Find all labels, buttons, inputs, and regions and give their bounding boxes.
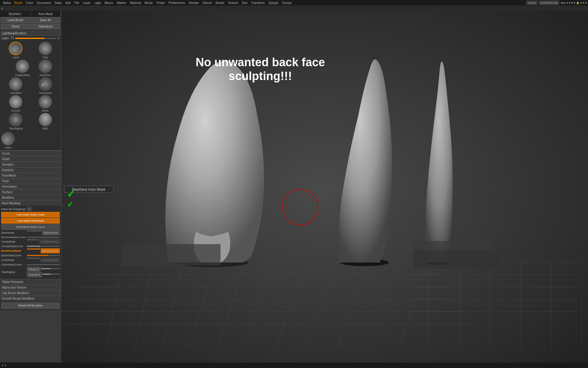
color-mask-curve-track[interactable] (27, 264, 60, 265)
menu-item-macro[interactable]: Macro (103, 1, 115, 5)
tab-backface[interactable]: Backface (0, 11, 31, 17)
section-smooth-brush[interactable]: Smooth Brush Modifiers (0, 296, 61, 301)
topological-smooth-track[interactable] (43, 274, 60, 275)
backface-mask-label: BackFaceMask (1, 249, 26, 252)
brush-icon-layer[interactable] (9, 42, 22, 55)
topological-range-track[interactable] (41, 268, 60, 269)
color-mask-row: ColorMask ColorMaskInt (1, 258, 60, 263)
brush-cell-claybuildup[interactable]: ClayBuildup (1, 59, 30, 77)
fibermesh-mask-curve-button[interactable]: FiberMesh Mask Curve (1, 224, 60, 230)
load-brush-button[interactable]: Load Brush (1, 17, 30, 23)
directional-track[interactable] (27, 230, 42, 232)
brush-cell-blob[interactable]: Blob (31, 113, 60, 130)
menu-item-draw[interactable]: Draw (53, 1, 63, 5)
back-mask-curve-row: BackMaskCurve (1, 254, 60, 257)
menus-button[interactable]: Menus (526, 1, 537, 5)
backface-mask-track[interactable] (27, 248, 40, 250)
panel-scroll[interactable]: Backface Auto Mask Load Brush Save As Cl… (0, 11, 61, 310)
directional-by-pressure[interactable]: ByPressure (42, 230, 60, 235)
lightbox-header[interactable]: Lightbox▸Brushes (0, 31, 61, 36)
menu-item-marker[interactable]: Marker (115, 1, 128, 5)
cavity-mask-curve-track[interactable] (27, 246, 60, 247)
section-samples[interactable]: Samples (0, 162, 61, 167)
menu-item-brush[interactable]: Brush (13, 1, 24, 5)
brush-cell-move[interactable]: Move (31, 95, 60, 112)
brush-cell-topological[interactable]: Topological (1, 113, 30, 130)
directional-mask-curve-track[interactable] (27, 237, 60, 238)
section-curve[interactable]: Curve (0, 151, 61, 156)
brush-icon-smooth[interactable] (9, 95, 22, 109)
toolbar-icons: ◀ ▶ ■ ■ ■ ■ 🔒 ■ ■ ■ (560, 1, 587, 4)
section-alpha-texture[interactable]: Alpha and Texture (0, 285, 61, 290)
menu-item-texture[interactable]: Texture (226, 1, 239, 5)
menu-item-movie[interactable]: Movie (143, 1, 154, 5)
status-arrows: ▲▼ (1, 364, 7, 367)
color-mask-track[interactable] (27, 258, 40, 259)
menu-item-layer[interactable]: Layer (81, 1, 92, 5)
mask-poly-label: Mask By Polygroups (1, 208, 26, 211)
reset-all-brushes-button[interactable]: Reset All Brushes (1, 302, 60, 309)
menu-item-picker[interactable]: Picker (155, 1, 167, 5)
auto-mask-mesh-insert-button[interactable]: Auto Mask Mesh Insert (1, 212, 60, 217)
section-tablet-pressure[interactable]: Tablet Pressure (0, 279, 61, 285)
section-surface[interactable]: Surface (0, 189, 61, 195)
menu-item-zplugin[interactable]: Zplugin (267, 1, 280, 5)
brush-cell-standard[interactable]: Standard (1, 77, 30, 94)
menu-item-tool[interactable]: Tool (240, 1, 249, 5)
menu-item-stencil[interactable]: Stencil (201, 1, 213, 5)
brush-icon-clay[interactable] (39, 42, 52, 55)
layer-r-button[interactable]: R (58, 36, 60, 40)
topological-range[interactable]: Range 5 (27, 267, 40, 272)
menu-item-material[interactable]: Material (129, 1, 143, 5)
menu-item-alpha[interactable]: Alpha (1, 1, 12, 5)
section-fibermesh[interactable]: FiberMesh (0, 173, 61, 178)
back-mask-curve-track[interactable] (27, 255, 60, 256)
brush-icon-blob[interactable] (39, 113, 52, 126)
brush-icon-layer2[interactable] (1, 132, 15, 145)
brush-icon-move[interactable] (39, 95, 52, 109)
topological-smooth[interactable]: Smooth 5 (27, 272, 42, 277)
section-modifiers[interactable]: Modifiers (0, 195, 61, 200)
brush-cell-maskpen[interactable]: MaskPen (31, 59, 60, 77)
brush-icon-standard[interactable] (9, 77, 22, 91)
section-elasticity[interactable]: Elasticity (0, 167, 61, 173)
tab-auto-mask[interactable]: Auto Mask (31, 11, 61, 17)
section-clip-brush[interactable]: Clip Brush Modifiers (0, 290, 61, 296)
brush-icon-transpose[interactable] (39, 77, 52, 91)
menu-item-file[interactable]: File (73, 1, 81, 5)
clone-button[interactable]: Clone (1, 24, 30, 29)
section-depth[interactable]: Depth (0, 156, 61, 162)
brush-cell-layer[interactable]: Layer (1, 42, 30, 59)
brush-icon-topological[interactable] (9, 113, 22, 126)
default-zscript-button[interactable]: DefaultZScript (539, 1, 559, 5)
select-icon-button[interactable]: SelectIcon (31, 24, 61, 29)
brush-icon-maskpen[interactable] (39, 59, 52, 73)
color-mask-int[interactable]: ColorMaskInt (40, 258, 60, 263)
menu-item-preferences[interactable]: Preferences (167, 1, 187, 5)
cavity-mask-int[interactable]: CavityMaskInt (39, 239, 60, 244)
brush-cell-smooth[interactable]: Smooth (1, 95, 30, 112)
menu-item-edit[interactable]: Edit (64, 1, 72, 5)
save-as-button[interactable]: Save As (31, 17, 61, 23)
cavity-mask-track[interactable] (27, 239, 39, 240)
canvas-area[interactable]: No unwanted back face sculpting!!! Backf… (61, 11, 588, 368)
menu-item-stroke[interactable]: Stroke (214, 1, 226, 5)
menu-item-light[interactable]: Light (93, 1, 103, 5)
brush-cell-transpose[interactable]: Transpose (31, 77, 60, 94)
menu-item-zscript[interactable]: Zscript (281, 1, 293, 5)
menu-item-transform[interactable]: Transform (249, 1, 266, 5)
backface-mask-row: BackFaceMask BackMaskInt (1, 248, 60, 253)
brush-cell-layer2[interactable]: Layer (1, 132, 15, 149)
back-mask-int[interactable]: BackMaskInt (41, 248, 60, 253)
section-auto-masking[interactable]: Auto Masking (0, 200, 61, 206)
layer-slider[interactable] (15, 38, 56, 39)
auto-mask-fibermesh-button[interactable]: Auto Mask FiberMesh (1, 218, 60, 224)
section-twist[interactable]: Twist (0, 178, 61, 184)
brush-icon-claybuildup[interactable] (16, 59, 29, 73)
brush-cell-clay[interactable]: Clay (31, 42, 60, 59)
section-orientation[interactable]: Orientation (0, 184, 61, 189)
menu-item-render[interactable]: Render (187, 1, 201, 5)
menu-item-document[interactable]: Document (36, 1, 53, 5)
menu-item-color[interactable]: Color (24, 1, 35, 5)
mask-poly-value[interactable]: 0 (27, 207, 32, 211)
